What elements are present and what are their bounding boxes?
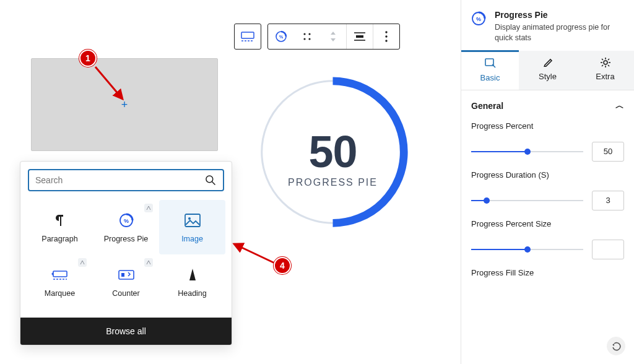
tab-extra[interactable]: Extra — [576, 51, 634, 90]
field-progress-duration: Progress Duration (S) 3 — [461, 165, 634, 214]
drag-icon — [302, 32, 312, 41]
block-label: Paragraph — [41, 235, 77, 243]
image-icon — [185, 212, 201, 228]
align-icon — [354, 32, 365, 41]
kebab-icon — [385, 31, 388, 42]
block-label: Image — [181, 235, 203, 243]
reset-button[interactable] — [607, 337, 625, 355]
percent-slider[interactable] — [471, 147, 583, 156]
undo-icon — [612, 342, 621, 351]
plugin-chip-icon — [78, 258, 87, 267]
tab-style[interactable]: Style — [519, 51, 576, 90]
svg-rect-25 — [121, 273, 124, 277]
paragraph-icon — [54, 212, 66, 228]
svg-point-13 — [385, 35, 387, 37]
svg-point-7 — [303, 38, 305, 40]
progress-pie-preview[interactable]: 50 PROGRESS PIE — [254, 73, 412, 233]
svg-rect-10 — [356, 35, 363, 38]
toolbar-align-button[interactable] — [347, 24, 373, 50]
svg-text:%: % — [123, 218, 128, 224]
progress-pie-caption: PROGRESS PIE — [254, 177, 412, 188]
svg-point-6 — [308, 33, 310, 35]
sidebar-block-icon: % — [470, 10, 487, 27]
settings-tabs: Basic Style Extra — [461, 51, 634, 90]
style-tab-icon — [543, 57, 553, 68]
counter-icon — [118, 267, 134, 283]
block-toolbar: % — [234, 24, 400, 50]
tab-basic[interactable]: Basic — [461, 50, 519, 90]
heading-icon — [188, 267, 198, 283]
percent-size-value-box[interactable] — [592, 240, 624, 259]
annotation-badge-4: 4 — [274, 257, 291, 274]
progress-pie-icon: % — [274, 30, 288, 43]
field-progress-percent: Progress Percent 50 — [461, 116, 634, 165]
svg-rect-1 — [241, 32, 254, 38]
svg-line-26 — [234, 244, 279, 265]
search-icon — [204, 174, 217, 186]
field-percent-size: Progress Percent Size — [461, 214, 634, 263]
block-paragraph[interactable]: Paragraph — [27, 200, 93, 254]
svg-rect-24 — [119, 271, 134, 279]
percent-value-box[interactable]: 50 — [592, 142, 624, 162]
block-label: Counter — [112, 289, 139, 298]
settings-sidebar: % Progress Pie Display animated progress… — [461, 0, 634, 364]
toolbar-drag-button[interactable] — [294, 24, 320, 50]
field-label: Progress Duration (S) — [471, 170, 624, 180]
field-label: Progress Fill Size — [471, 268, 624, 277]
field-fill-size: Progress Fill Size — [461, 263, 634, 277]
annotation-arrow-1 — [93, 64, 131, 108]
block-label: Progress Pie — [104, 235, 149, 243]
section-general-header[interactable]: General ︿ — [461, 90, 634, 116]
duration-slider[interactable] — [471, 196, 583, 205]
svg-line-17 — [212, 182, 215, 185]
sidebar-block-desc: Display animated progress pie for quick … — [495, 22, 625, 43]
toolbar-progress-pie-button[interactable]: % — [268, 24, 294, 50]
svg-point-5 — [303, 33, 305, 35]
inserter-search[interactable] — [28, 169, 224, 191]
block-label: Marquee — [45, 289, 75, 298]
svg-rect-22 — [53, 271, 67, 277]
block-heading[interactable]: Heading — [159, 254, 225, 309]
block-image[interactable]: Image — [159, 200, 225, 254]
block-progress-pie[interactable]: % Progress Pie — [93, 200, 159, 254]
sidebar-block-title: Progress Pie — [495, 10, 625, 20]
block-label: Heading — [178, 289, 207, 298]
tab-label: Basic — [480, 73, 500, 82]
basic-tab-icon — [485, 58, 496, 69]
svg-rect-20 — [185, 214, 200, 227]
marquee-icon — [51, 267, 69, 283]
plugin-chip-icon — [144, 258, 153, 267]
svg-line-0 — [95, 67, 123, 99]
field-label: Progress Percent — [471, 121, 624, 131]
percent-size-slider[interactable] — [471, 245, 583, 254]
svg-text:%: % — [476, 16, 481, 22]
search-input[interactable] — [35, 175, 204, 185]
block-counter[interactable]: Counter — [93, 254, 159, 309]
svg-text:%: % — [279, 35, 284, 39]
tab-label: Extra — [596, 72, 614, 81]
duration-value-box[interactable]: 3 — [592, 191, 624, 210]
editor-canvas: + 1 % — [0, 0, 458, 364]
progress-pie-icon: % — [118, 212, 134, 228]
toolbar-main-group: % — [267, 24, 400, 50]
toolbar-more-button[interactable] — [373, 24, 399, 50]
svg-point-21 — [188, 217, 191, 220]
browse-all-button[interactable]: Browse all — [20, 318, 232, 345]
toolbar-widget-button[interactable] — [234, 24, 261, 50]
widget-icon — [241, 32, 254, 41]
chevron-up-icon: ︿ — [615, 100, 624, 111]
svg-point-30 — [604, 61, 607, 64]
progress-pie-value: 50 — [254, 126, 412, 177]
plugin-chip-icon — [144, 204, 153, 212]
toolbar-move-button[interactable] — [320, 24, 346, 50]
move-updown-icon — [329, 30, 337, 43]
svg-point-12 — [385, 31, 387, 33]
svg-point-14 — [385, 40, 387, 41]
svg-point-16 — [206, 176, 213, 183]
tab-label: Style — [539, 72, 557, 81]
block-marquee[interactable]: Marquee — [27, 254, 93, 309]
extra-tab-icon — [600, 57, 611, 68]
field-label: Progress Percent Size — [471, 219, 624, 228]
svg-point-8 — [308, 38, 310, 40]
block-inserter: Paragraph % Progress Pie Image — [20, 161, 232, 345]
